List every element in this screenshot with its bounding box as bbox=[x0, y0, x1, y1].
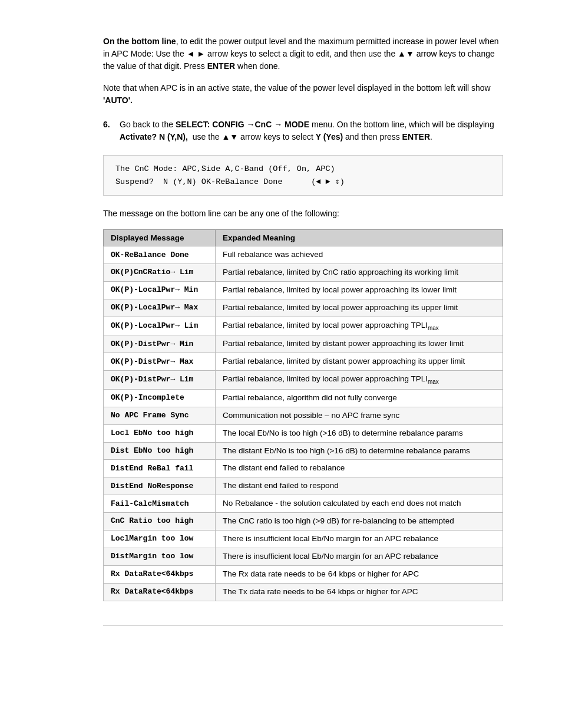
message-cell: No APC Frame Sync bbox=[104, 407, 216, 424]
table-row: Fail-CalcMismatchNo Rebalance - the solu… bbox=[104, 495, 503, 513]
meaning-cell: Partial rebalance, limited by local powe… bbox=[216, 299, 503, 317]
meaning-cell: Partial rebalance, limited by CnC ratio … bbox=[216, 264, 503, 282]
display-line-1: The CnC Mode: APC,Side A,C-Band (Off, On… bbox=[115, 163, 491, 176]
table-row: OK(P)-LocalPwr→ MinPartial rebalance, li… bbox=[104, 281, 503, 299]
message-cell: Rx DataRate<64kbps bbox=[104, 565, 216, 583]
meaning-cell: The Rx data rate needs to be 64 kbps or … bbox=[216, 565, 503, 583]
table-row: OK(P)-DistPwr→ LimPartial rebalance, lim… bbox=[104, 371, 503, 390]
message-cell: OK(P)-DistPwr→ Min bbox=[104, 335, 216, 353]
table-row: OK(P)-DistPwr→ MaxPartial rebalance, lim… bbox=[104, 353, 503, 371]
message-cell: CnC Ratio too high bbox=[104, 513, 216, 531]
meaning-cell: Partial rebalance, limited by distant po… bbox=[216, 335, 503, 353]
table-row: DistMargin too lowThere is insufficient … bbox=[104, 548, 503, 565]
meaning-cell: The Tx data rate needs to be 64 kbps or … bbox=[216, 583, 503, 601]
table-row: OK(P)CnCRatio→ LimPartial rebalance, lim… bbox=[104, 264, 503, 282]
note-text: Note that when APC is in an active state… bbox=[103, 83, 491, 105]
meaning-cell: No Rebalance - the solution calculated b… bbox=[216, 495, 503, 513]
enter-keyword-1: ENTER bbox=[207, 61, 235, 71]
message-cell: OK(P)-LocalPwr→ Lim bbox=[104, 317, 216, 335]
step-6: 6. Go back to the SELECT: CONFIG →CnC → … bbox=[103, 118, 503, 143]
message-cell: Rx DataRate<64kbps bbox=[104, 583, 216, 601]
enter-keyword-2: ENTER bbox=[402, 132, 430, 141]
activate-prompt: Activate? N (Y,N), bbox=[120, 132, 188, 141]
meaning-cell: There is insufficient local Eb/No margin… bbox=[216, 548, 503, 565]
message-cell: DistMargin too low bbox=[104, 548, 216, 565]
message-cell: LoclMargin too low bbox=[104, 531, 216, 548]
meaning-cell: Full rebalance was achieved bbox=[216, 246, 503, 264]
table-row: Dist EbNo too highThe distant Eb/No is t… bbox=[104, 442, 503, 460]
message-cell: OK(P)-LocalPwr→ Min bbox=[104, 281, 216, 299]
message-cell: OK(P)-LocalPwr→ Max bbox=[104, 299, 216, 317]
meaning-cell: The CnC ratio is too high (>9 dB) for re… bbox=[216, 513, 503, 531]
table-header-row: Displayed Message Expanded Meaning bbox=[104, 230, 503, 246]
intro-paragraph-1: On the bottom line, to edit the power ou… bbox=[103, 35, 503, 73]
table-row: LoclMargin too lowThere is insufficient … bbox=[104, 531, 503, 548]
page-content: On the bottom line, to edit the power ou… bbox=[0, 0, 562, 661]
meaning-cell: Partial rebalance, limited by local powe… bbox=[216, 281, 503, 299]
caption-paragraph: The message on the bottom line can be an… bbox=[103, 207, 503, 220]
menu-path: SELECT: CONFIG →CnC → MODE bbox=[176, 120, 309, 129]
meaning-cell: The distant end failed to rebalance bbox=[216, 460, 503, 477]
table-row: DistEnd NoResponseThe distant end failed… bbox=[104, 477, 503, 495]
meaning-cell: The local Eb/No is too high (>16 dB) to … bbox=[216, 424, 503, 442]
meaning-cell: Partial rebalance, limited by local powe… bbox=[216, 317, 503, 335]
table-row: OK(P)-IncompletePartial rebalance, algor… bbox=[104, 389, 503, 407]
intro-bold-phrase: On the bottom line bbox=[103, 37, 176, 46]
meaning-cell: There is insufficient local Eb/No margin… bbox=[216, 531, 503, 548]
table-row: CnC Ratio too highThe CnC ratio is too h… bbox=[104, 513, 503, 531]
table-row: OK(P)-LocalPwr→ LimPartial rebalance, li… bbox=[104, 317, 503, 335]
message-cell: DistEnd NoResponse bbox=[104, 477, 216, 495]
table-row: OK-ReBalance DoneFull rebalance was achi… bbox=[104, 246, 503, 264]
table-row: Locl EbNo too highThe local Eb/No is too… bbox=[104, 424, 503, 442]
message-cell: Fail-CalcMismatch bbox=[104, 495, 216, 513]
meaning-cell: The distant end failed to respond bbox=[216, 477, 503, 495]
message-cell: OK(P)-DistPwr→ Lim bbox=[104, 371, 216, 390]
modem-display-block: The CnC Mode: APC,Side A,C-Band (Off, On… bbox=[103, 155, 503, 196]
meaning-cell: Partial rebalance, algorithm did not ful… bbox=[216, 389, 503, 407]
step-6-content: Go back to the SELECT: CONFIG →CnC → MOD… bbox=[120, 118, 503, 143]
col-header-displayed-message: Displayed Message bbox=[104, 230, 216, 246]
table-row: Rx DataRate<64kbpsThe Tx data rate needs… bbox=[104, 583, 503, 601]
note-paragraph: Note that when APC is in an active state… bbox=[103, 82, 503, 107]
col-header-expanded-meaning: Expanded Meaning bbox=[216, 230, 503, 246]
message-table: Displayed Message Expanded Meaning OK-Re… bbox=[103, 229, 503, 601]
message-cell: OK(P)-DistPwr→ Max bbox=[104, 353, 216, 371]
meaning-cell: The distant Eb/No is too high (>16 dB) t… bbox=[216, 442, 503, 460]
step-number: 6. bbox=[103, 118, 115, 143]
footer-divider bbox=[103, 625, 503, 625]
message-cell: OK(P)CnCRatio→ Lim bbox=[104, 264, 216, 282]
table-row: OK(P)-LocalPwr→ MaxPartial rebalance, li… bbox=[104, 299, 503, 317]
message-cell: OK-ReBalance Done bbox=[104, 246, 216, 264]
table-row: No APC Frame SyncCommunication not possi… bbox=[104, 407, 503, 424]
display-line-2: Suspend? N (Y,N) OK-ReBalance Done (◄ ► … bbox=[115, 176, 491, 189]
message-cell: DistEnd ReBal fail bbox=[104, 460, 216, 477]
message-cell: OK(P)-Incomplete bbox=[104, 389, 216, 407]
table-row: DistEnd ReBal failThe distant end failed… bbox=[104, 460, 503, 477]
table-row: OK(P)-DistPwr→ MinPartial rebalance, lim… bbox=[104, 335, 503, 353]
message-cell: Locl EbNo too high bbox=[104, 424, 216, 442]
meaning-cell: Communication not possible – no APC fram… bbox=[216, 407, 503, 424]
yes-option: Y (Yes) bbox=[316, 132, 343, 141]
table-row: Rx DataRate<64kbpsThe Rx data rate needs… bbox=[104, 565, 503, 583]
message-cell: Dist EbNo too high bbox=[104, 442, 216, 460]
auto-bold: 'AUTO'. bbox=[103, 95, 133, 105]
meaning-cell: Partial rebalance, limited by local powe… bbox=[216, 371, 503, 390]
meaning-cell: Partial rebalance, limited by distant po… bbox=[216, 353, 503, 371]
